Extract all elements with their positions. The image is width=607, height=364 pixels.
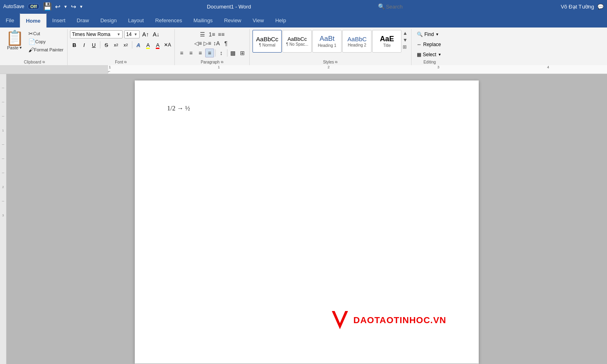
search-input[interactable] [375, 2, 545, 11]
cut-button[interactable]: ✂ Cut [27, 30, 65, 37]
title-bar-left: AutoSave Off 💾 ↩ ▼ ↪ ▼ [3, 2, 83, 11]
svg-marker-0 [332, 311, 348, 329]
tab-insert[interactable]: Insert [47, 13, 71, 28]
paragraph-expand-icon[interactable]: ⧉ [221, 60, 223, 64]
tab-design[interactable]: Design [95, 13, 122, 28]
style-no-space[interactable]: AaBbCc ¶ No Spac... [282, 30, 312, 53]
style-normal-label: ¶ Normal [259, 43, 275, 47]
font-name-dropdown[interactable]: Times New Roma ▼ [70, 30, 123, 38]
bullets-button[interactable]: ☰ [198, 30, 207, 39]
clear-formatting-button[interactable]: ✕A [163, 40, 172, 49]
ruler: 1 1 2 3 4 ⌐ [0, 65, 607, 74]
sort-button[interactable]: ↕A [212, 39, 221, 48]
autosave-state: Off [30, 4, 37, 9]
page: 1/2 → ½ DAOTAOTINHOC.VN [135, 80, 479, 364]
redo-icon[interactable]: ↪ [71, 3, 76, 11]
clipboard-group: 📋 Paste ▼ ✂ Cut 📄 Copy 🖌 Format Painter … [2, 29, 68, 65]
replace-icon: ↔ [417, 42, 422, 47]
ribbon-content: 📋 Paste ▼ ✂ Cut 📄 Copy 🖌 Format Painter … [0, 28, 607, 65]
select-button[interactable]: ▦ Select ▼ [414, 50, 446, 59]
style-heading2-label: Heading 2 [348, 43, 367, 47]
separator2 [132, 41, 132, 49]
user-name: Võ Đạt Tường [561, 4, 594, 10]
subscript-button[interactable]: x2 [112, 40, 121, 49]
find-button[interactable]: 🔍 Find ▼ [414, 30, 446, 39]
separator3 [215, 49, 216, 57]
align-right-button[interactable]: ≡ [196, 49, 205, 57]
font-group: Times New Roma ▼ 14 ▼ A↑ A↓ B I U S x2 x… [68, 29, 175, 65]
strikethrough-button[interactable]: S [102, 40, 111, 49]
tab-references[interactable]: References [149, 13, 187, 28]
text-highlight-button[interactable]: A [144, 40, 153, 49]
italic-button[interactable]: I [80, 40, 89, 49]
style-heading1[interactable]: AaBt Heading 1 [312, 30, 342, 53]
format-painter-button[interactable]: 🖌 Format Painter [27, 46, 65, 53]
styles-expand-icon[interactable]: ⧉ [335, 60, 337, 64]
styles-expand[interactable]: ⊞ [402, 44, 408, 50]
increase-font-size-button[interactable]: A↑ [141, 30, 150, 39]
multilevel-button[interactable]: ≡≡ [217, 30, 226, 39]
tab-layout[interactable]: Layout [122, 13, 149, 28]
tab-draw[interactable]: Draw [71, 13, 95, 28]
ruler-v-4: 1 [2, 129, 4, 132]
editing-group: 🔍 Find ▼ ↔ Replace ▦ Select ▼ Editing [412, 29, 448, 65]
font-color-button[interactable]: A [153, 40, 162, 49]
line-spacing-button[interactable]: ↕ [217, 49, 226, 57]
tab-help[interactable]: Help [270, 13, 292, 28]
shading-button[interactable]: ▩ [229, 49, 238, 57]
find-label: Find [424, 32, 434, 37]
document-text: 1/2 → ½ [167, 105, 190, 112]
paste-button[interactable]: 📋 Paste ▼ [4, 30, 25, 59]
styles-scroll-up[interactable]: ▲ [402, 30, 408, 36]
doc-scroll-area[interactable]: 1/2 → ½ DAOTAOTINHOC.VN [6, 74, 607, 364]
undo-icon[interactable]: ↩ [55, 3, 60, 11]
style-heading2[interactable]: AaBbC Heading 2 [342, 30, 371, 53]
styles-inner: AaBbCc ¶ Normal AaBbCc ¶ No Spac... AaBt… [253, 30, 408, 53]
align-center-button[interactable]: ≡ [187, 49, 195, 57]
style-normal[interactable]: AaBbCc ¶ Normal [253, 30, 282, 53]
tab-review[interactable]: Review [219, 13, 247, 28]
style-normal-preview: AaBbCc [256, 36, 278, 43]
tab-view[interactable]: View [247, 13, 270, 28]
style-title-preview: AaE [380, 35, 394, 44]
search-icon: 🔍 [378, 3, 385, 10]
comments-icon[interactable]: 💬 [597, 4, 604, 10]
select-label: Select [423, 52, 436, 57]
text-effects-button[interactable]: A [134, 40, 143, 49]
increase-indent-button[interactable]: ▷≡ [203, 39, 212, 48]
font-expand-icon[interactable]: ⧉ [124, 60, 127, 64]
select-dropdown-icon: ▼ [438, 53, 441, 57]
undo-dropdown-icon[interactable]: ▼ [64, 4, 68, 9]
page-content[interactable]: 1/2 → ½ [167, 105, 446, 112]
customize-qat-icon[interactable]: ▼ [79, 4, 83, 9]
clipboard-expand-icon[interactable]: ⧉ [42, 60, 45, 64]
copy-button[interactable]: 📄 Copy [27, 38, 65, 45]
align-left-button[interactable]: ≡ [177, 49, 186, 57]
style-title-label: Title [383, 43, 391, 48]
decrease-indent-button[interactable]: ◁≡ [193, 39, 202, 48]
show-hide-marks-button[interactable]: ¶ [221, 39, 230, 48]
underline-button[interactable]: U [89, 40, 98, 49]
borders-button[interactable]: ⊞ [238, 49, 247, 57]
ruler-v-2: ─ [2, 100, 4, 104]
superscript-button[interactable]: x2 [121, 40, 130, 49]
autosave-toggle[interactable]: Off [28, 3, 40, 10]
style-title[interactable]: AaE Title [372, 30, 401, 53]
alignment-row: ≡ ≡ ≡ ≡ ↕ ▩ ⊞ [177, 49, 247, 57]
doc-area: ─ ─ ─ 1 ─ ─ ─ 2 ─ 3 1/2 → ½ DAOTAOTINHOC… [0, 74, 607, 364]
numbering-button[interactable]: 1≡ [208, 30, 216, 39]
replace-button[interactable]: ↔ Replace [414, 40, 446, 49]
styles-scroll-down[interactable]: ▼ [402, 37, 408, 43]
justify-button[interactable]: ≡ [205, 49, 214, 57]
decrease-font-size-button[interactable]: A↓ [152, 30, 161, 39]
underline-button-wrap: U [89, 40, 98, 49]
tab-home[interactable]: Home [20, 13, 47, 28]
editing-group-label: Editing [414, 59, 446, 64]
tab-mailings[interactable]: Mailings [188, 13, 219, 28]
watermark-logo: DAOTAOTINHOC.VN [330, 309, 446, 331]
tab-file[interactable]: File [0, 13, 20, 28]
font-size-dropdown[interactable]: 14 ▼ [124, 30, 140, 38]
save-icon[interactable]: 💾 [43, 2, 52, 11]
bold-button[interactable]: B [70, 40, 79, 49]
font-group-label: Font ⧉ [70, 59, 172, 64]
